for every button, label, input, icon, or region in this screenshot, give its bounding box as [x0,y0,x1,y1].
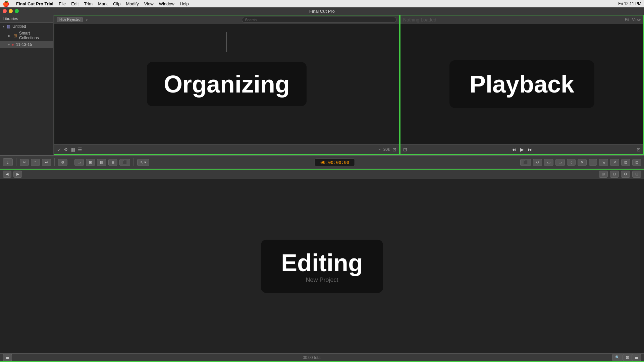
tool-btn-2[interactable]: ⌃ [31,159,40,166]
viewer-content: Playback [400,24,643,144]
timecode-display: 00:00:00:00 [315,159,355,166]
main-toolbar: ↓ ✂ ⌃ ↩ ⚙ ▭ ⊞ ▤ ⊟ ⬛ ↖ ▾ 00:00:00:00 ⬛ ↺ … [0,156,644,169]
timeline-clip-appearance-btn[interactable]: ☰ [3,354,12,361]
menu-bar: 🍎 Final Cut Pro Trial File Edit Trim Mar… [0,0,644,7]
viewer-expand-icon[interactable]: ⊡ [637,147,641,152]
zoom-minus-icon[interactable]: - [379,147,381,152]
window-menu[interactable]: Window [159,1,174,6]
hide-rejected-button[interactable]: Hide Rejected [57,17,83,22]
new-project-label: New Project [306,277,338,284]
clip-menu[interactable]: Clip [113,1,120,6]
timeline-fit-btn[interactable]: ⊡ [623,354,632,361]
nothing-loaded-label: Nothing Loaded [403,17,436,22]
smart-collections-label: Smart Collections [19,31,51,40]
view-label[interactable]: View [632,17,641,22]
layout-btn-4[interactable]: ⊟ [108,159,117,166]
effect-btn-2[interactable]: ↺ [533,159,542,166]
import-button[interactable]: ↓ [3,158,13,166]
viewer-settings-icon[interactable]: ⊡ [403,147,407,152]
effect-btn-9[interactable]: ↗ [610,159,619,166]
tool-btn-3[interactable]: ↩ [42,159,51,166]
library-item-event[interactable]: ▾ ● 11-13-15 [0,41,53,48]
trim-menu[interactable]: Trim [84,1,93,6]
filter-dropdown-icon[interactable] [86,17,88,22]
title-bar: Final Cut Pro [0,7,644,15]
triangle-down-icon: ▾ [3,24,4,28]
playback-card: Playback [449,60,594,108]
menu-clock: Fri 12:11 PM [618,1,641,6]
apple-menu[interactable]: 🍎 [3,1,9,7]
mark-menu[interactable]: Mark [98,1,108,6]
timeline-back-btn[interactable]: ◀ [3,171,11,178]
aspect-icon[interactable]: ⊡ [392,147,396,152]
grid-icon: ▦ [6,24,10,29]
tool-btn-4[interactable]: ⚙ [58,159,67,166]
edit-menu[interactable]: Edit [71,1,78,6]
library-untitled-label: Untitled [12,24,26,29]
layout-btn-1[interactable]: ▭ [74,159,84,166]
browser-panel: Hide Rejected Organizing ↙ ⚙ ▦ ☰ [54,15,400,155]
toolbar-separator-1 [16,158,16,166]
effect-btn-8[interactable]: ↘ [599,159,608,166]
timeline-toolbar: ◀ ▶ ⊞ ⊟ ⚙ ⊡ [0,170,644,179]
close-button[interactable] [3,9,7,13]
library-item-smart-collections[interactable]: ▶ ⊞ Smart Collections [0,30,53,41]
transport-controls: ⏮ ▶ ⏭ [510,146,534,153]
layout-btn-5[interactable]: ⬛ [119,159,130,166]
window-title: Final Cut Pro [309,9,335,14]
timeline-zoom-in-btn[interactable]: ⊞ [599,171,608,178]
fullscreen-button[interactable] [15,9,19,13]
toolbar-separator-3 [71,158,71,166]
viewer-footer: ⊡ ⏮ ▶ ⏭ ⊡ [400,144,643,154]
timeline-content: Editing New Project [0,179,644,353]
effect-btn-11[interactable]: ⊡ [632,159,641,166]
effect-btn-3[interactable]: ▭ [544,159,553,166]
browser-viewer-area: Hide Rejected Organizing ↙ ⚙ ▦ ☰ [54,15,644,155]
layout-btn-3[interactable]: ▤ [97,159,106,166]
libraries-label: Libraries [3,16,18,21]
editing-card: Editing New Project [261,240,383,293]
effect-btn-1[interactable]: ⬛ [520,159,531,166]
timeline-settings-btn[interactable]: ⚙ [621,171,630,178]
modify-menu[interactable]: Modify [126,1,139,6]
file-menu[interactable]: File [59,1,66,6]
editing-label: Editing [281,249,363,277]
play-button[interactable]: ▶ [519,146,525,153]
effect-btn-6[interactable]: ✕ [578,159,587,166]
organizing-card: Organizing [147,62,307,106]
playback-label: Playback [470,71,574,98]
playhead-cursor [226,32,227,52]
browser-footer: ↙ ⚙ ▦ ☰ - 30s ⊡ [54,144,399,154]
timeline-zoom-slider-btn[interactable]: 🔍 [612,354,623,361]
view-menu[interactable]: View [144,1,154,6]
menubar-right-area: Fri 12:11 PM [618,1,641,6]
library-item-untitled[interactable]: ▾ ▦ Untitled [0,23,53,30]
timeline-forward-btn[interactable]: ▶ [13,171,22,178]
settings-icon: ⚙ [64,147,68,152]
library-panel: Libraries ▾ ▦ Untitled ▶ ⊞ Smart Collect… [0,15,54,155]
total-duration-label: 00:00 total [303,355,321,360]
effect-btn-7[interactable]: T [589,159,597,166]
pointer-tool-button[interactable]: ↖ ▾ [137,159,149,166]
toolbar-separator-4 [133,158,134,166]
top-section: Libraries ▾ ▦ Untitled ▶ ⊞ Smart Collect… [0,15,644,156]
timeline-expand-btn[interactable]: ⊡ [632,171,641,178]
go-to-start-button[interactable]: ⏮ [510,146,518,153]
help-menu[interactable]: Help [180,1,189,6]
app-name-menu[interactable]: Final Cut Pro Trial [16,1,53,6]
browser-search-input[interactable] [242,17,396,23]
effect-btn-10[interactable]: ⊡ [621,159,630,166]
main-layout: Libraries ▾ ▦ Untitled ▶ ⊞ Smart Collect… [0,15,644,362]
timeline-zoom-out-btn[interactable]: ⊟ [610,171,619,178]
layout-btn-2[interactable]: ⊞ [86,159,95,166]
tool-btn-1[interactable]: ✂ [20,159,29,166]
minimize-button[interactable] [9,9,13,13]
organizing-label: Organizing [164,72,290,96]
filmstrip-icon: ▦ [71,147,75,152]
effect-btn-4[interactable]: ▭ [555,159,565,166]
go-to-end-button[interactable]: ⏭ [527,146,534,153]
viewer-toolbar: Nothing Loaded Fit View [400,15,643,24]
timeline-index-btn[interactable]: ☰ [632,354,641,361]
effect-btn-5[interactable]: ♫ [567,159,576,166]
fit-label[interactable]: Fit [625,17,629,22]
